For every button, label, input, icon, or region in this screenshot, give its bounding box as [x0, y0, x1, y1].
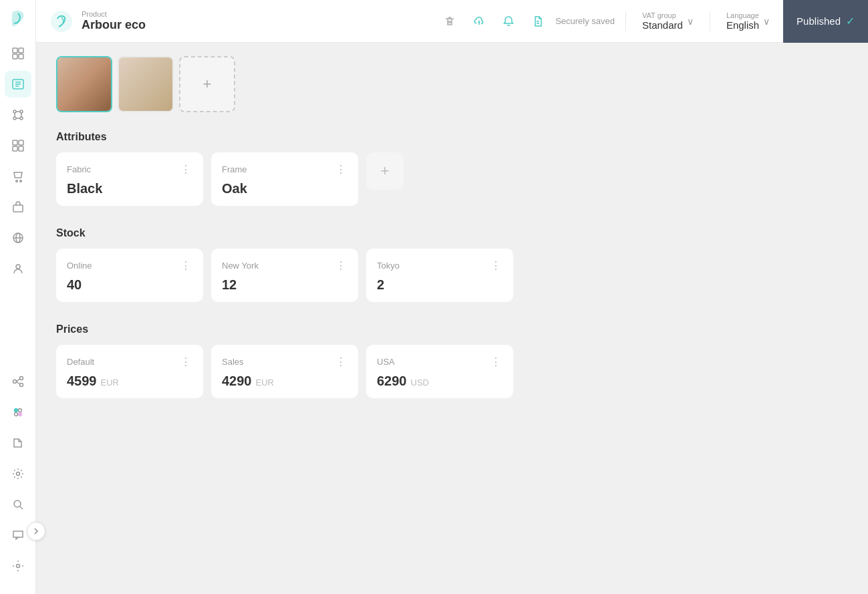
stock-tokyo-menu-button[interactable]: ⋮ [489, 258, 502, 273]
price-default-menu-button[interactable]: ⋮ [179, 354, 192, 369]
thumbnail-add-button[interactable]: + [179, 56, 235, 112]
sidebar-item-dashboard[interactable] [5, 40, 31, 67]
logo [7, 8, 29, 29]
stock-online-label: Online [67, 261, 92, 271]
sidebar-item-categories[interactable] [5, 132, 31, 159]
price-default-header: Default ⋮ [67, 354, 192, 369]
stock-online-menu-button[interactable]: ⋮ [179, 258, 192, 273]
published-checkmark: ✓ [846, 15, 855, 27]
price-sales-value: 4290 [222, 374, 252, 389]
add-attribute-button[interactable]: + [366, 152, 404, 190]
svg-line-31 [16, 382, 19, 384]
thumbnails-row: + [56, 56, 848, 112]
attributes-cards-row: Fabric ⋮ Black Frame ⋮ Oak [56, 152, 848, 206]
header-divider-2 [710, 11, 710, 31]
svg-point-37 [14, 500, 21, 507]
svg-rect-17 [19, 140, 23, 145]
language-value: English [726, 19, 759, 31]
prices-section-title: Prices [56, 323, 848, 335]
header: Product Arbour eco [36, 0, 868, 43]
svg-point-20 [15, 180, 17, 182]
sidebar-item-orders[interactable] [5, 163, 31, 190]
vat-group-dropdown[interactable]: VAT group Standard ∨ [637, 9, 699, 33]
thumbnail-1[interactable] [56, 56, 112, 112]
svg-point-26 [16, 265, 20, 269]
sidebar-item-bottom-settings[interactable] [5, 553, 31, 579]
svg-rect-2 [13, 54, 17, 59]
attribute-frame-value: Oak [222, 181, 347, 196]
sidebar-item-inventory[interactable] [5, 194, 31, 220]
stock-tokyo-card: Tokyo ⋮ 2 [366, 249, 513, 302]
sidebar-item-globe[interactable] [5, 225, 31, 251]
price-default-label: Default [67, 357, 94, 367]
price-sales-card: Sales ⋮ 4290 EUR [211, 345, 358, 398]
svg-point-39 [16, 565, 19, 568]
doc-button[interactable] [526, 9, 550, 33]
price-sales-header: Sales ⋮ [222, 354, 347, 369]
svg-rect-18 [13, 146, 17, 151]
thumbnail-2[interactable] [118, 56, 174, 112]
svg-point-32 [14, 409, 17, 412]
price-default-currency: EUR [101, 378, 119, 388]
svg-point-11 [20, 117, 23, 120]
price-usa-menu-button[interactable]: ⋮ [489, 354, 502, 369]
product-icon [49, 9, 74, 33]
stock-newyork-label: New York [222, 261, 259, 271]
dots-icon: ⋮ [180, 163, 191, 176]
attributes-section: Attributes Fabric ⋮ Black Frame [56, 131, 848, 206]
svg-point-28 [19, 377, 23, 380]
bell-button[interactable] [496, 9, 521, 33]
sidebar-item-integrations[interactable] [5, 368, 31, 395]
price-sales-menu-button[interactable]: ⋮ [334, 354, 347, 369]
trash-button[interactable] [438, 9, 462, 33]
svg-point-29 [19, 384, 23, 387]
attribute-fabric-menu-button[interactable]: ⋮ [179, 162, 192, 177]
stock-newyork-menu-button[interactable]: ⋮ [334, 258, 347, 273]
svg-line-30 [16, 379, 19, 382]
price-usa-header: USA ⋮ [377, 354, 502, 369]
sidebar-item-products[interactable] [5, 71, 31, 98]
svg-rect-19 [19, 146, 23, 151]
stock-online-value: 40 [67, 277, 192, 293]
svg-point-9 [20, 110, 23, 113]
product-name: Arbour eco [82, 18, 146, 32]
stock-newyork-value: 12 [222, 277, 347, 293]
sidebar-item-customers[interactable] [5, 255, 31, 282]
attribute-frame-label: Frame [222, 164, 247, 174]
sidebar-item-files[interactable] [5, 430, 31, 456]
svg-rect-1 [19, 48, 23, 53]
stock-section: Stock Online ⋮ 40 New York ⋮ [56, 227, 848, 302]
published-button[interactable]: Published ✓ [783, 0, 868, 43]
dots-icon-7: ⋮ [335, 355, 346, 368]
price-sales-label: Sales [222, 357, 244, 367]
language-label: Language [726, 11, 759, 19]
sidebar [0, 0, 36, 594]
attribute-frame-card: Frame ⋮ Oak [211, 152, 358, 206]
language-dropdown-arrow: ∨ [763, 16, 770, 27]
price-usa-value: 6290 [377, 374, 407, 389]
sidebar-item-apps[interactable] [5, 399, 31, 426]
attribute-frame-header: Frame ⋮ [222, 162, 347, 177]
stock-newyork-card: New York ⋮ 12 [211, 249, 358, 302]
sidebar-item-settings[interactable] [5, 460, 31, 487]
add-attribute-icon: + [381, 162, 390, 180]
svg-line-38 [20, 506, 23, 509]
svg-point-27 [13, 380, 16, 384]
sidebar-item-variants[interactable] [5, 102, 31, 128]
product-label: Product [82, 10, 146, 18]
stock-newyork-header: New York ⋮ [222, 258, 347, 273]
published-label: Published [797, 15, 841, 27]
attribute-frame-menu-button[interactable]: ⋮ [334, 162, 347, 177]
sidebar-item-search[interactable] [5, 491, 31, 518]
attribute-fabric-label: Fabric [67, 164, 91, 174]
dots-icon-3: ⋮ [180, 259, 191, 272]
product-info: Product Arbour eco [82, 10, 146, 32]
main-area: Product Arbour eco [36, 0, 868, 594]
save-status: Securely saved [555, 16, 615, 26]
dots-icon-4: ⋮ [335, 259, 346, 272]
attribute-fabric-value: Black [67, 181, 192, 196]
sidebar-expand-button[interactable] [27, 522, 45, 541]
language-dropdown[interactable]: Language English ∨ [721, 9, 775, 33]
cloud-button[interactable] [467, 9, 491, 33]
stock-section-title: Stock [56, 227, 848, 239]
